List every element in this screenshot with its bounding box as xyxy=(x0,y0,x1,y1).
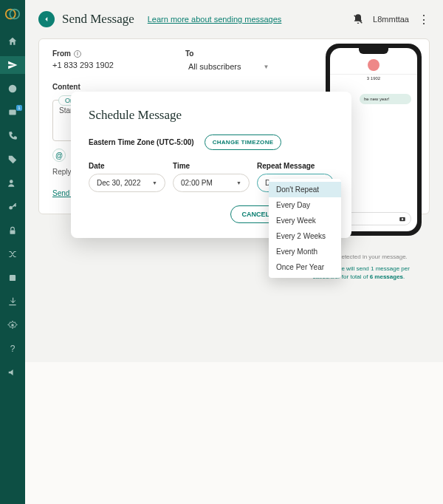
notifications-icon[interactable] xyxy=(352,13,364,25)
repeat-option[interactable]: Don't Repeat xyxy=(269,182,341,197)
nav-phone[interactable] xyxy=(0,127,25,145)
phone-message-bubble: he new year! xyxy=(360,94,411,104)
svg-rect-6 xyxy=(10,230,16,234)
change-timezone-button[interactable]: CHANGE TIMEZONE xyxy=(205,134,282,150)
phone-notch xyxy=(359,48,388,54)
info-icon[interactable]: i xyxy=(74,50,81,58)
page-background-lower xyxy=(25,362,443,504)
svg-point-4 xyxy=(10,180,13,183)
nav-settings[interactable] xyxy=(0,316,25,334)
nav-lock[interactable] xyxy=(0,222,25,239)
nav-contacts[interactable] xyxy=(0,174,25,192)
nav-tag[interactable] xyxy=(0,151,25,168)
chevron-down-icon: ▼ xyxy=(152,180,157,185)
time-select[interactable]: 02:00 PM▼ xyxy=(173,174,250,192)
modal-title: Schedule Message xyxy=(89,108,334,123)
chevron-down-icon: ▼ xyxy=(236,180,241,185)
date-label: Date xyxy=(89,162,165,170)
sidebar: 1 ? xyxy=(0,0,25,504)
repeat-option[interactable]: Every 2 Weeks xyxy=(269,228,341,244)
to-label: To xyxy=(185,50,289,58)
repeat-option[interactable]: Every Day xyxy=(269,197,341,213)
svg-point-11 xyxy=(402,218,404,220)
nav-key[interactable] xyxy=(0,198,25,216)
nav-announce[interactable] xyxy=(0,364,25,381)
svg-rect-7 xyxy=(10,275,16,281)
svg-point-2 xyxy=(9,85,17,93)
chevron-down-icon: ▼ xyxy=(264,64,269,70)
phone-number: 3 1902 xyxy=(330,76,417,81)
learn-more-link[interactable]: Learn more about sending messages xyxy=(148,15,282,24)
nav-puzzle[interactable] xyxy=(0,269,25,287)
badge-icon: 1 xyxy=(16,105,22,111)
chevron-left-icon xyxy=(43,16,50,23)
from-label: Fromi xyxy=(52,50,156,58)
time-label: Time xyxy=(173,162,250,170)
username[interactable]: L8mmttaa xyxy=(373,15,409,24)
app-logo xyxy=(4,6,21,22)
nav-download[interactable] xyxy=(0,293,25,310)
phone-avatar-icon xyxy=(368,59,380,71)
timezone-label: Eastern Time Zone (UTC-5:00) xyxy=(89,138,194,146)
repeat-option[interactable]: Every Week xyxy=(269,213,341,228)
repeat-dropdown: Don't Repeat Every Day Every Week Every … xyxy=(269,179,341,278)
attach-icon[interactable]: @ xyxy=(52,149,66,162)
date-select[interactable]: Dec 30, 2022▼ xyxy=(89,174,165,192)
kebab-menu-icon[interactable]: ⋮ xyxy=(418,13,430,27)
nav-chat[interactable] xyxy=(0,80,25,98)
repeat-option[interactable]: Every Month xyxy=(269,244,341,259)
svg-point-8 xyxy=(11,324,14,327)
nav-home[interactable] xyxy=(0,33,25,50)
repeat-option[interactable]: Once Per Year xyxy=(269,259,341,275)
back-button[interactable] xyxy=(38,11,55,27)
to-select[interactable]: All subscribers▼ xyxy=(185,61,289,72)
repeat-label: Repeat Message xyxy=(257,162,334,170)
page-title: Send Message xyxy=(62,12,134,27)
svg-point-5 xyxy=(9,206,13,210)
nav-send[interactable] xyxy=(0,56,25,74)
svg-rect-3 xyxy=(9,110,16,115)
nav-shuffle[interactable] xyxy=(0,245,25,263)
camera-icon xyxy=(399,215,406,222)
nav-help[interactable]: ? xyxy=(0,340,25,358)
nav-inbox[interactable]: 1 xyxy=(0,103,25,121)
from-value: +1 833 293 1902 xyxy=(52,61,156,69)
topbar: Send Message Learn more about sending me… xyxy=(25,0,443,38)
